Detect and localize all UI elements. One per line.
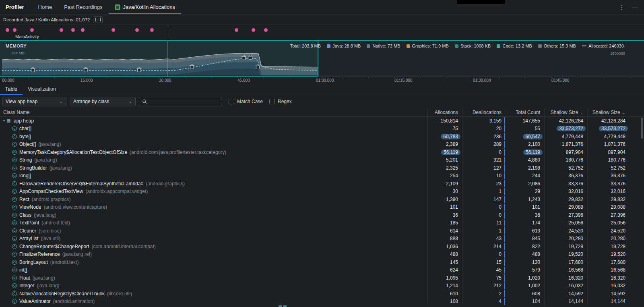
allocation-event-dot[interactable] bbox=[235, 28, 238, 32]
shallow-size-cell: 29,088 bbox=[544, 203, 587, 212]
table-row[interactable]: CMemoryTaskCategory$AllocationTestObject… bbox=[0, 148, 644, 156]
more-options-icon[interactable]: ⋮ bbox=[619, 4, 625, 10]
class-name: MemoryTaskCategory$AllocationTestObjectO… bbox=[19, 149, 127, 155]
allocation-event-dot[interactable] bbox=[30, 28, 34, 32]
deallocations-cell: 0 bbox=[462, 211, 506, 219]
arrange-selector[interactable]: Arrange by class ⌄ bbox=[70, 97, 136, 106]
shallow-size-2-cell: 25,056 bbox=[587, 219, 644, 227]
table-row[interactable]: CChangeReporter$ChangeReport(com.android… bbox=[0, 243, 644, 251]
table-row[interactable]: CString(java.lang)5,2013214,880180,77618… bbox=[0, 156, 644, 164]
table-row[interactable]: CInteger(java.lang)1,2142121,00216,03216… bbox=[0, 282, 644, 290]
table-row[interactable]: ▾▦app heap150,8143,159147,65542,126,2844… bbox=[0, 117, 644, 125]
match-case-checkbox[interactable]: Match Case bbox=[229, 99, 263, 104]
minimize-icon[interactable]: — bbox=[632, 4, 638, 10]
memory-chart-svg[interactable] bbox=[0, 41, 644, 77]
total-count-cell: 2,198 bbox=[506, 164, 544, 172]
allocation-event-dot[interactable] bbox=[60, 28, 63, 32]
vertical-scrollbar-thumb[interactable] bbox=[641, 118, 643, 139]
allocations-cell: 56,119 bbox=[427, 148, 462, 156]
axis-tick: 01:30.000 bbox=[473, 78, 491, 83]
regex-checkbox[interactable]: Regex bbox=[269, 99, 292, 104]
allocation-event-dot[interactable] bbox=[135, 28, 139, 32]
zoom-to-fit-button[interactable]: ↔ bbox=[93, 16, 103, 23]
shallow-size-cell: 29,832 bbox=[544, 195, 587, 203]
class-name-cell: Cchar[] bbox=[0, 125, 427, 133]
class-name: NativeAllocationRegistry$CleanerThunk bbox=[19, 291, 105, 297]
deallocations-cell: 11 bbox=[462, 219, 506, 227]
view-tab-table[interactable]: Table bbox=[0, 83, 23, 95]
class-package: (android.com.java.profilertester.taskcat… bbox=[130, 149, 226, 155]
table-row[interactable]: CObject[](java.lang)2,3892892,1001,871,3… bbox=[0, 141, 644, 149]
table-row[interactable]: CTextPaint(android.text)1851117425,05625… bbox=[0, 219, 644, 227]
class-package: (android.graphics) bbox=[146, 181, 185, 187]
table-row[interactable]: CHardwareRendererObserver$$ExternalSynth… bbox=[0, 180, 644, 188]
total-count-cell: 613 bbox=[506, 227, 544, 235]
table-row[interactable]: CRect(android.graphics)1,3901471,24329,8… bbox=[0, 195, 644, 203]
col-shallow-size-2[interactable]: Shallow Size ... bbox=[587, 108, 644, 116]
col-deallocations[interactable]: Deallocations bbox=[462, 108, 506, 116]
memory-section[interactable]: MEMORY Total: 203.8 MBJava: 28.8 MBNativ… bbox=[0, 41, 644, 77]
search-input[interactable] bbox=[150, 99, 219, 104]
table-row[interactable]: Cint[]6244557916,56816,568 bbox=[0, 266, 644, 274]
sort-desc-icon: ⌄ bbox=[580, 110, 583, 114]
col-total-count[interactable]: Total Count bbox=[506, 108, 544, 116]
table-row[interactable]: CViewNode(android.view.contentcapture)10… bbox=[0, 203, 644, 212]
class-icon: C bbox=[12, 142, 17, 147]
table-row[interactable]: CFloat(java.lang)1,095751,02016,32016,32… bbox=[0, 274, 644, 282]
deallocations-cell: 3,159 bbox=[462, 117, 506, 125]
table-row[interactable]: CNativeAllocationRegistry$CleanerThunk(l… bbox=[0, 290, 644, 298]
table-row[interactable]: CCleaner(sun.misc)614161324,52024,520 bbox=[0, 227, 644, 235]
total-count-cell: 2,100 bbox=[506, 141, 544, 149]
shallow-size-2-cell: 33,573,272 bbox=[587, 125, 644, 133]
col-class-name[interactable]: Class Name bbox=[0, 108, 427, 116]
class-name: ValueAnimator bbox=[19, 299, 51, 304]
allocation-event-dot[interactable] bbox=[150, 28, 154, 32]
class-icon: C bbox=[12, 236, 17, 241]
view-tab-visualization[interactable]: Visualization bbox=[23, 83, 61, 95]
table-row[interactable]: CAppCompatCheckedTextView(androidx.appco… bbox=[0, 188, 644, 196]
events-track[interactable]: MainActivity bbox=[0, 25, 644, 41]
total-count-cell: 174 bbox=[506, 219, 544, 227]
axis-tick: 00.000 bbox=[2, 78, 14, 83]
class-name-cell: CAppCompatCheckedTextView(androidx.appco… bbox=[0, 188, 427, 196]
allocation-event-dot[interactable] bbox=[111, 28, 115, 32]
titlebar-tab-past-recordings[interactable]: Past Recordings bbox=[58, 0, 108, 14]
profiler-window: Profiler HomePast RecordingsJava/Kotlin … bbox=[0, 0, 644, 307]
table-row[interactable]: CBoringLayout(android.text)1451513017,68… bbox=[0, 258, 644, 266]
table-row[interactable]: Cbyte[]60,78323660,5474,779,4484,779,448 bbox=[0, 133, 644, 141]
class-name-cell: CFinalizerReference(java.lang.ref) bbox=[0, 251, 427, 259]
heap-selector-value: View app heap bbox=[6, 99, 37, 104]
axis-tick: 01:00.000 bbox=[316, 78, 334, 83]
table-row[interactable]: CFinalizerReference(java.lang.ref)488048… bbox=[0, 251, 644, 259]
expand-arrow-icon[interactable]: ▾ bbox=[2, 119, 6, 122]
shallow-size-cell: 33,573,272 bbox=[544, 125, 587, 133]
class-package: (java.util) bbox=[41, 236, 60, 241]
playhead-line[interactable] bbox=[168, 26, 168, 40]
allocation-event-dot[interactable] bbox=[252, 28, 255, 32]
class-icon: C bbox=[12, 150, 17, 155]
table-row[interactable]: CArrayList(java.util)8884384520,28020,28… bbox=[0, 235, 644, 243]
col-shallow-size[interactable]: Shallow Size ⌄ bbox=[544, 108, 587, 116]
allocation-event-dot[interactable] bbox=[71, 28, 75, 32]
allocation-event-dot[interactable] bbox=[81, 28, 85, 32]
table-row[interactable]: Cchar[]75205533,573,27233,573,272 bbox=[0, 125, 644, 133]
table-row[interactable]: Clong[]2541024436,37636,376 bbox=[0, 172, 644, 180]
allocation-event-dot[interactable] bbox=[264, 28, 268, 32]
allocation-event-dot[interactable] bbox=[6, 28, 9, 32]
heap-selector[interactable]: View app heap ⌄ bbox=[2, 97, 66, 106]
deallocations-cell: 10 bbox=[462, 172, 506, 180]
table-row[interactable]: CStringBuilder(java.lang)2,3251272,19852… bbox=[0, 164, 644, 172]
class-icon: C bbox=[12, 260, 17, 265]
class-package: (java.lang) bbox=[34, 212, 56, 218]
table-row[interactable]: CValueAnimator(android.animation)1084104… bbox=[0, 298, 644, 306]
titlebar-tab-home[interactable]: Home bbox=[32, 0, 58, 14]
col-allocations[interactable]: Allocations bbox=[427, 108, 462, 116]
titlebar-actions: ⋮ — bbox=[619, 0, 644, 14]
allocation-event-dot[interactable] bbox=[13, 28, 17, 32]
table-row[interactable]: CClass(java.lang)3603627,39627,396 bbox=[0, 211, 644, 219]
total-count-cell: 608 bbox=[506, 290, 544, 298]
deallocations-cell: 15 bbox=[462, 258, 506, 266]
titlebar-tab-java-kotlin-allocations[interactable]: Java/Kotlin Allocations bbox=[109, 0, 181, 14]
search-field[interactable] bbox=[139, 97, 222, 106]
class-name: Object[] bbox=[19, 141, 36, 147]
